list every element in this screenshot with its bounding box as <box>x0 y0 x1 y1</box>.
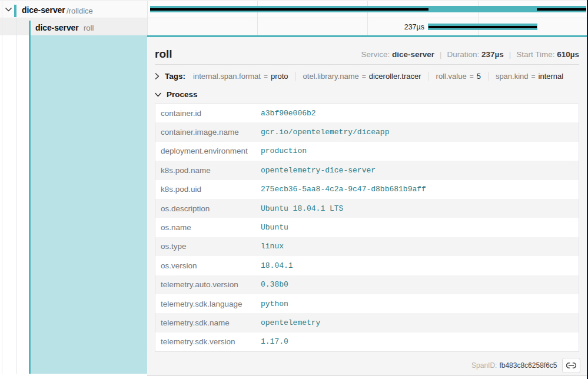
span-name-column-rolldice[interactable]: dice-server /rolldice <box>0 1 147 18</box>
indent-guide <box>16 18 17 374</box>
chevron-down-icon[interactable] <box>5 8 12 12</box>
kv-key: telemetry.auto.version <box>155 275 261 294</box>
tag-item: otel.library.name = diceroller.tracer <box>295 72 428 81</box>
tags-accordion-header[interactable]: Tags: internal.span.format = proto otel.… <box>155 72 570 81</box>
meta-label: Start Time: <box>516 50 554 59</box>
tag-value: internal <box>539 72 564 81</box>
tag-value: 5 <box>477 72 481 81</box>
kv-key: telemetry.sdk.version <box>155 333 261 351</box>
kv-value: Ubuntu <box>261 218 579 237</box>
kv-key: telemetry.sdk.name <box>155 313 261 332</box>
span-name-column-roll[interactable]: dice-server roll <box>0 18 147 35</box>
kv-row: container.ida3bf90e006b2 <box>155 104 579 122</box>
meta-label: Duration: <box>447 50 479 59</box>
tag-equals: = <box>261 72 271 81</box>
kv-key: os.version <box>155 256 261 275</box>
service-name: dice-server <box>35 23 79 32</box>
link-icon <box>566 362 576 369</box>
operation-name: roll <box>84 24 94 32</box>
tag-equals: = <box>529 72 539 81</box>
kv-row: os.typelinux <box>155 237 579 256</box>
kv-value: 18.04.1 <box>261 256 579 275</box>
meta-value: dice-server <box>392 50 434 59</box>
kv-value: Ubuntu 18.04.1 LTS <box>261 199 579 218</box>
copy-link-button[interactable] <box>562 358 580 373</box>
tag-key: otel.library.name <box>303 72 359 81</box>
timeline-gridline <box>147 1 148 35</box>
kv-key: deployment.environment <box>155 142 261 161</box>
meta-label: Service: <box>361 50 390 59</box>
kv-key: os.name <box>155 218 261 237</box>
kv-key: k8s.pod.uid <box>155 180 261 199</box>
kv-value: gcr.io/opentelemetry/diceapp <box>261 122 579 141</box>
kv-value: opentelemetry <box>261 313 579 332</box>
kv-value: opentelemetry-dice-server <box>261 161 579 179</box>
critical-path-segment <box>537 8 586 11</box>
jaeger-trace-view: dice-server /rolldice dice-server roll 2… <box>0 0 588 379</box>
span-id-footer: SpanID: fb483c8c6258f6c5 <box>471 358 580 373</box>
tag-item: roll.value = 5 <box>428 72 488 81</box>
kv-row: telemetry.sdk.nameopentelemetry <box>155 313 579 332</box>
kv-key: container.id <box>155 104 261 122</box>
span-id-label: SpanID: <box>471 361 497 370</box>
kv-key: k8s.pod.name <box>155 161 261 179</box>
kv-key: telemetry.sdk.language <box>155 294 261 313</box>
kv-row: telemetry.sdk.languagepython <box>155 294 579 313</box>
process-accordion-header[interactable]: Process <box>155 90 198 99</box>
tag-key: span.kind <box>496 72 529 81</box>
kv-row: os.descriptionUbuntu 18.04.1 LTS <box>155 199 579 218</box>
meta-separator: | <box>434 50 447 59</box>
tag-equals: = <box>467 72 477 81</box>
header-divider <box>155 64 579 65</box>
tag-value: diceroller.tracer <box>369 72 421 81</box>
span-id-value: fb483c8c6258f6c5 <box>499 361 557 370</box>
process-kv-table: container.ida3bf90e006b2 container.image… <box>155 104 580 352</box>
kv-row: os.version18.04.1 <box>155 256 579 275</box>
tag-key: roll.value <box>436 72 467 81</box>
span-meta: Service: dice-server|Duration: 237µs|Sta… <box>361 50 579 59</box>
tag-equals: = <box>359 72 369 81</box>
kv-value: linux <box>261 237 579 256</box>
meta-value: 237µs <box>481 50 504 59</box>
kv-key: os.description <box>155 199 261 218</box>
process-label: Process <box>167 90 198 99</box>
service-color-bar <box>14 5 16 17</box>
service-name: dice-server <box>22 5 65 15</box>
kv-key: container.image.name <box>155 122 261 141</box>
span-title: roll <box>155 48 172 61</box>
span-detail-panel: roll Service: dice-server|Duration: 237µ… <box>147 35 587 376</box>
row-separator <box>0 18 588 18</box>
kv-value: 275ecb36-5aa8-4c2a-9c47-d8bb681b9aff <box>261 180 579 199</box>
selected-span-accent <box>31 35 147 374</box>
kv-value: a3bf90e006b2 <box>261 104 579 122</box>
kv-row: k8s.pod.nameopentelemetry-dice-server <box>155 161 579 179</box>
panel-top-border <box>147 35 587 37</box>
tag-value: proto <box>271 72 288 81</box>
critical-path-segment <box>150 8 428 11</box>
selected-span-indent-bar <box>29 21 31 374</box>
tag-item: span.kind = internal <box>488 72 570 81</box>
kv-value: production <box>261 142 579 161</box>
tag-item: internal.span.format = proto <box>186 72 295 81</box>
kv-row: k8s.pod.uid275ecb36-5aa8-4c2a-9c47-d8bb6… <box>155 180 579 199</box>
kv-row: container.image.namegcr.io/opentelemetry… <box>155 122 579 141</box>
kv-row: deployment.environmentproduction <box>155 142 579 161</box>
kv-key: os.type <box>155 237 261 256</box>
indent-guide <box>2 1 2 374</box>
kv-row: telemetry.auto.version0.38b0 <box>155 275 579 294</box>
kv-row: telemetry.sdk.version1.17.0 <box>155 333 579 351</box>
chevron-down-icon <box>155 92 161 97</box>
meta-separator: | <box>504 50 516 59</box>
operation-name: /rolldice <box>67 6 93 15</box>
tag-key: internal.span.format <box>193 72 261 81</box>
kv-value: 0.38b0 <box>261 275 579 294</box>
kv-row: os.nameUbuntu <box>155 218 579 237</box>
tags-label: Tags: <box>165 72 185 81</box>
kv-value: python <box>261 294 579 313</box>
chevron-right-icon <box>155 73 160 79</box>
meta-value: 610µs <box>557 50 579 59</box>
span-duration-label: 237µs <box>353 23 424 31</box>
critical-path-segment <box>428 26 537 28</box>
kv-value: 1.17.0 <box>261 333 579 351</box>
tag-list: internal.span.format = proto otel.librar… <box>186 72 570 81</box>
